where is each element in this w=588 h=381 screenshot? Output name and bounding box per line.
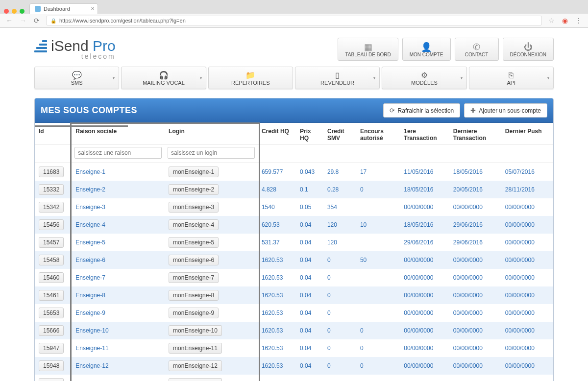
tab-title: Dashboard [44, 6, 70, 12]
table-row[interactable]: 15342Enseigne-3monEnseigne-315400.053540… [35, 198, 553, 216]
logo[interactable]: iSend Pro telecom [34, 38, 116, 60]
nav-logout-label: DÉCONNEXION [510, 52, 546, 57]
table-row[interactable]: 15653Enseigne-9monEnseigne-91620.530.040… [35, 304, 553, 322]
col-first-tx[interactable]: 1ere Transaction [400, 123, 449, 145]
bookmark-icon[interactable]: ☆ [547, 17, 556, 24]
prix-hq-value: 0.04 [300, 221, 311, 228]
prix-hq-value: 0.05 [300, 204, 311, 211]
refresh-button[interactable]: ⟳ Rafraichir la sélection [383, 103, 461, 118]
close-tab-icon[interactable]: ✕ [91, 6, 95, 11]
logo-bars-icon [34, 40, 47, 52]
id-chip: 15653 [39, 308, 64, 318]
raison-link[interactable]: Enseigne-5 [75, 239, 105, 246]
credit-hq-value: 1620.53 [262, 327, 283, 334]
chat-icon: 💬 [40, 71, 114, 80]
extension-icon[interactable]: ◉ [561, 17, 569, 24]
raison-link[interactable]: Enseigne-7 [75, 274, 105, 281]
favicon-icon [35, 6, 41, 12]
col-id[interactable]: Id [35, 123, 72, 145]
raison-link[interactable]: Enseigne-6 [75, 257, 105, 263]
prix-hq-value: 0.1 [300, 186, 308, 193]
col-credit-smv[interactable]: Credit SMV [323, 123, 356, 145]
close-window-icon[interactable] [4, 9, 9, 14]
nav-dashboard[interactable]: ▦ TABLEAU DE BORD [338, 38, 398, 61]
last-push-value: 00/00/0000 [505, 292, 535, 299]
col-prix-hq[interactable]: Prix HQ [296, 123, 323, 145]
encours-value: 0 [360, 362, 364, 369]
table-row[interactable]: 15456Enseigne-4monEnseigne-4620.530.0412… [35, 216, 553, 234]
filter-raison-input[interactable] [74, 147, 162, 159]
col-raison[interactable]: Raison sociale [72, 123, 165, 145]
credit-smv-value: 0 [327, 310, 331, 316]
last-push-value: 28/11/2016 [505, 186, 535, 193]
table-row[interactable]: 15332Enseigne-2monEnseigne-24.8280.10.28… [35, 181, 553, 198]
col-credit-hq[interactable]: Credit HQ [258, 123, 296, 145]
last-tx-value: 00/00/0000 [453, 274, 483, 281]
raison-link[interactable]: Enseigne-3 [75, 204, 105, 211]
maximize-window-icon[interactable] [20, 9, 24, 14]
table-row[interactable]: 11683Enseigne-1monEnseigne-1659.5770.043… [35, 163, 553, 181]
filter-login-input[interactable] [168, 147, 255, 159]
mainnav-models[interactable]: ⚙ MODÈLES ▾ [382, 67, 466, 89]
last-push-value: 00/00/0000 [505, 274, 535, 281]
gear-icon: ⚙ [387, 71, 461, 80]
nav-contact[interactable]: ✆ CONTACT [455, 38, 499, 61]
mainnav-dirs-label: RÉPERTOIRES [231, 80, 270, 86]
table-row[interactable]: 15948Enseigne-12monEnseigne-121620.530.0… [35, 357, 553, 375]
col-encours[interactable]: Encours autorisé [356, 123, 400, 145]
table-row[interactable]: 15947Enseigne-11monEnseigne-111620.530.0… [35, 339, 553, 357]
mainnav-reseller[interactable]: ▯ REVENDEUR ▾ [295, 67, 380, 89]
chevron-down-icon: ▾ [547, 76, 549, 80]
raison-link[interactable]: Enseigne-8 [75, 292, 105, 299]
browser-tab[interactable]: Dashboard ✕ [29, 3, 98, 14]
mainnav-sms[interactable]: 💬 SMS ▾ [34, 67, 119, 89]
table-row[interactable]: 15458Enseigne-6monEnseigne-61620.530.040… [35, 251, 553, 269]
raison-link[interactable]: Enseigne-9 [75, 310, 105, 316]
forward-icon[interactable]: → [19, 17, 27, 24]
last-tx-value: 29/06/2016 [453, 221, 483, 228]
mainnav-vocal[interactable]: 🎧 MAILING VOCAL ▾ [121, 67, 206, 89]
encours-value: 0 [360, 186, 364, 193]
mainnav-dirs[interactable]: 📁 RÉPERTOIRES [208, 67, 293, 89]
nav-account[interactable]: 👤 MON COMPTE [402, 38, 451, 61]
col-last-push[interactable]: Dernier Push [501, 123, 553, 145]
add-subaccount-button[interactable]: ✚ Ajouter un sous-compte [464, 103, 547, 118]
table-row[interactable]: 15666Enseigne-10monEnseigne-101620.530.0… [35, 322, 553, 339]
encours-value: 17 [360, 168, 367, 175]
chevron-down-icon: ▾ [200, 76, 202, 80]
first-tx-value: 00/00/0000 [404, 327, 433, 334]
reload-icon[interactable]: ⟳ [32, 17, 41, 24]
menu-icon[interactable]: ⋮ [574, 17, 583, 24]
login-chip: monEnseigne-8 [169, 290, 219, 301]
raison-link[interactable]: Enseigne-11 [75, 345, 108, 352]
table-row[interactable]: 15457Enseigne-5monEnseigne-5531.370.0412… [35, 234, 553, 251]
last-tx-value: 00/00/0000 [453, 362, 483, 369]
raison-link[interactable]: Enseigne-12 [75, 362, 108, 369]
last-tx-value: 20/05/2016 [453, 186, 483, 193]
table-row[interactable]: 16420Enseigne-13monEnseigne-131620.530.0… [35, 375, 553, 381]
raison-link[interactable]: Enseigne-4 [75, 221, 105, 228]
col-last-tx[interactable]: Derniere Transaction [449, 123, 501, 145]
first-tx-value: 29/06/2016 [404, 239, 433, 246]
raison-link[interactable]: Enseigne-10 [75, 327, 108, 334]
mainnav-api[interactable]: ⎘ API ▾ [469, 67, 554, 89]
last-tx-value: 00/00/0000 [453, 327, 483, 334]
power-icon: ⏻ [510, 42, 546, 52]
prix-hq-value: 0.04 [300, 327, 311, 334]
credit-hq-value: 620.53 [262, 221, 280, 228]
minimize-window-icon[interactable] [12, 9, 17, 14]
credit-hq-value: 1620.53 [262, 274, 283, 281]
back-icon[interactable]: ← [5, 17, 14, 24]
address-bar[interactable]: 🔒 https://www.isendpro.com/gestion/table… [46, 16, 542, 25]
id-chip: 15342 [39, 202, 64, 213]
credit-hq-value: 659.577 [262, 168, 283, 175]
folder-icon: 📁 [214, 71, 288, 80]
table-row[interactable]: 15461Enseigne-8monEnseigne-81620.530.040… [35, 286, 553, 304]
id-chip: 15666 [39, 325, 64, 336]
raison-link[interactable]: Enseigne-2 [75, 186, 105, 193]
login-chip: monEnseigne-2 [169, 184, 219, 195]
table-row[interactable]: 15460Enseigne-7monEnseigne-71620.530.040… [35, 269, 553, 286]
raison-link[interactable]: Enseigne-1 [75, 168, 105, 175]
col-login[interactable]: Login [165, 123, 258, 145]
nav-logout[interactable]: ⏻ DÉCONNEXION [503, 38, 554, 61]
